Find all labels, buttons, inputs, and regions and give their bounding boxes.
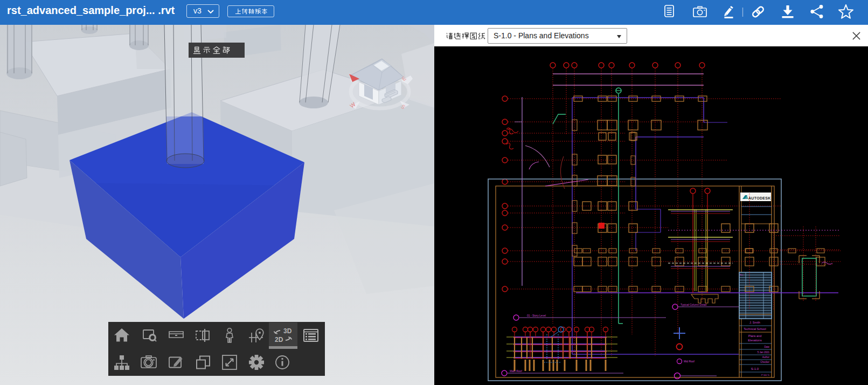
svg-text:Plans and: Plans and — [748, 334, 761, 338]
svg-text:Main Roof: Main Roof — [510, 369, 522, 373]
svg-text:P 100 %: P 100 % — [761, 374, 769, 376]
svg-text:Typical Column Detail: Typical Column Detail — [680, 303, 706, 306]
svg-text:Elevations: Elevations — [748, 339, 762, 342]
svg-text:3D: 3D — [283, 327, 292, 335]
svg-text:01 - Story Level: 01 - Story Level — [527, 314, 546, 317]
svg-text:Checker: Checker — [760, 361, 769, 363]
svg-text:Rev: Rev — [740, 274, 743, 276]
svg-text:Date: Date — [764, 346, 769, 348]
svg-text:AUTODESK: AUTODESK — [748, 196, 771, 200]
svg-text:Mid Roof: Mid Roof — [684, 360, 695, 363]
svg-text:2D: 2D — [275, 336, 283, 343]
svg-text:Technical School: Technical School — [744, 327, 766, 331]
svg-text:Author: Author — [762, 356, 770, 359]
svg-text:5 Jan 2021: 5 Jan 2021 — [758, 351, 770, 354]
svg-text:S-1.0: S-1.0 — [751, 367, 759, 370]
svg-text:J. Smith: J. Smith — [749, 321, 760, 324]
